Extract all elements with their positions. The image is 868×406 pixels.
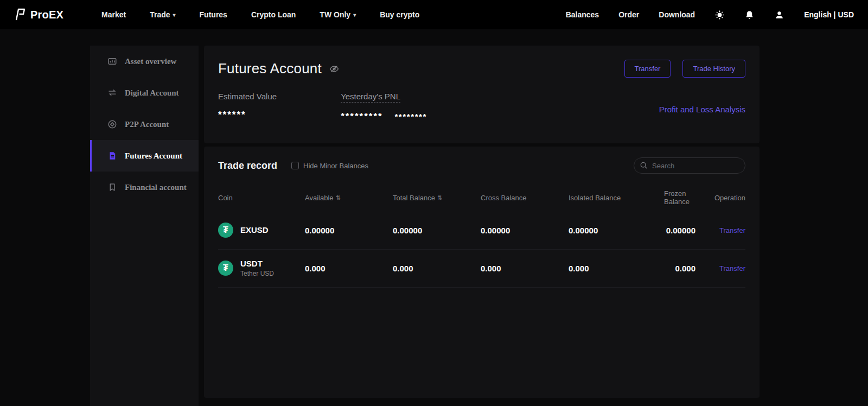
tether-coin-icon: ₮	[218, 223, 233, 238]
nav-order[interactable]: Order	[618, 10, 639, 19]
yesterdays-pnl-value: *****************	[341, 111, 427, 122]
cross-balance-value: 0.000	[481, 264, 569, 273]
futures-account-icon	[107, 151, 117, 161]
theme-sun-icon[interactable]	[714, 10, 725, 20]
trade-history-button[interactable]: Trade History	[682, 60, 745, 78]
coin-name: EXUSD	[240, 225, 269, 234]
row-transfer-link[interactable]: Transfer	[719, 226, 745, 234]
brand-name: ProEX	[30, 9, 63, 21]
hide-minor-checkbox[interactable]	[291, 162, 299, 169]
sidebar-item-asset-overview[interactable]: Asset overview	[90, 46, 199, 77]
hide-minor-label: Hide Minor Balances	[303, 162, 368, 170]
nav-market[interactable]: Market	[101, 10, 126, 19]
locale-currency-selector[interactable]: English | USD	[804, 10, 854, 19]
coin-subtitle: Tether USD	[240, 270, 274, 277]
total-balance-value: 0.00000	[393, 226, 481, 235]
secondary-nav: Balances Order Download English | USD	[566, 10, 854, 20]
sidebar-item-financial-account[interactable]: Financial account	[90, 172, 199, 203]
user-account-icon[interactable]	[774, 10, 784, 20]
sidebar-item-p2p-account[interactable]: P2P Account	[90, 109, 199, 140]
balances-table: Coin Available⇅ Total Balance⇅ Cross Bal…	[218, 186, 745, 288]
table-row: ₮ EXUSD 0.00000 0.00000 0.00000 0.00000 …	[218, 212, 745, 250]
isolated-balance-value: 0.00000	[569, 226, 654, 235]
estimated-value-label: Estimated Value	[218, 92, 277, 101]
sidebar-item-label: Digital Account	[125, 88, 179, 98]
sidebar-item-futures-account[interactable]: Futures Account	[90, 140, 199, 172]
page-title: Futures Account	[218, 60, 322, 77]
trade-record-title: Trade record	[218, 160, 277, 172]
isolated-balance-value: 0.000	[569, 264, 654, 273]
nav-trade[interactable]: Trade▾	[150, 10, 175, 19]
nav-balances[interactable]: Balances	[566, 10, 599, 19]
sort-icon[interactable]: ⇅	[437, 194, 442, 201]
nav-futures[interactable]: Futures	[200, 10, 227, 19]
proex-logo-icon	[14, 8, 27, 21]
sidebar-item-label: Asset overview	[125, 57, 176, 66]
coin-cell: ₮ EXUSD	[218, 223, 305, 238]
search-box	[634, 157, 745, 174]
col-isolated-balance: Isolated Balance	[569, 194, 654, 202]
coin-cell: ₮ USDT Tether USD	[218, 259, 305, 277]
primary-nav: Market Trade▾ Futures Crypto Loan TW Onl…	[101, 10, 419, 19]
estimated-value: ******	[218, 110, 277, 120]
col-coin: Coin	[218, 194, 305, 202]
available-value: 0.00000	[305, 226, 393, 235]
cross-balance-value: 0.00000	[481, 226, 569, 235]
asset-overview-icon	[107, 56, 117, 66]
sidebar-item-digital-account[interactable]: Digital Account	[90, 77, 199, 109]
row-transfer-link[interactable]: Transfer	[719, 264, 745, 272]
p2p-account-icon	[107, 119, 117, 129]
col-total-balance[interactable]: Total Balance⇅	[393, 194, 481, 202]
sidebar-item-label: Financial account	[125, 183, 187, 192]
trade-record-card: Trade record Hide Minor Balances Coin Av…	[204, 147, 760, 398]
table-header-row: Coin Available⇅ Total Balance⇅ Cross Bal…	[218, 186, 745, 212]
search-icon	[640, 161, 648, 170]
nav-download[interactable]: Download	[659, 10, 695, 19]
search-input[interactable]	[634, 157, 745, 174]
transfer-button[interactable]: Transfer	[624, 60, 671, 78]
frozen-balance-value: 0.000	[654, 264, 695, 273]
col-available[interactable]: Available⇅	[305, 194, 393, 202]
sidebar-item-label: Futures Account	[125, 151, 182, 161]
sidebar-item-label: P2P Account	[125, 120, 169, 129]
yesterdays-pnl-label: Yesterday's PNL	[341, 92, 400, 103]
nav-crypto-loan[interactable]: Crypto Loan	[251, 10, 296, 19]
col-frozen-balance: Frozen Balance	[654, 190, 695, 206]
coin-name: USDT	[240, 259, 274, 268]
total-balance-value: 0.000	[393, 264, 481, 273]
table-row: ₮ USDT Tether USD 0.000 0.000 0.000 0.00…	[218, 250, 745, 288]
hide-minor-balances-toggle[interactable]: Hide Minor Balances	[291, 162, 368, 170]
chevron-down-icon: ▾	[353, 12, 356, 18]
tether-coin-icon: ₮	[218, 261, 233, 276]
futures-account-card: Futures Account Transfer Trade History E…	[204, 46, 760, 143]
digital-account-icon	[107, 88, 117, 98]
financial-account-icon	[107, 182, 117, 192]
available-value: 0.000	[305, 264, 393, 273]
notifications-bell-icon[interactable]	[744, 10, 755, 20]
chevron-down-icon: ▾	[173, 12, 176, 18]
sort-icon[interactable]: ⇅	[336, 194, 341, 201]
account-sidebar: Asset overview Digital Account P2P Accou…	[90, 46, 199, 406]
col-cross-balance: Cross Balance	[481, 194, 569, 202]
nav-buy-crypto[interactable]: Buy crypto	[380, 10, 419, 19]
top-navbar: ProEX Market Trade▾ Futures Crypto Loan …	[0, 0, 868, 29]
col-operation: Operation	[695, 194, 745, 202]
nav-tw-only[interactable]: TW Only▾	[320, 10, 356, 19]
frozen-balance-value: 0.00000	[654, 226, 695, 235]
brand[interactable]: ProEX	[14, 8, 63, 21]
profit-loss-analysis-link[interactable]: Profit and Loss Analysis	[659, 105, 745, 114]
hide-balance-eye-icon[interactable]	[329, 64, 339, 74]
